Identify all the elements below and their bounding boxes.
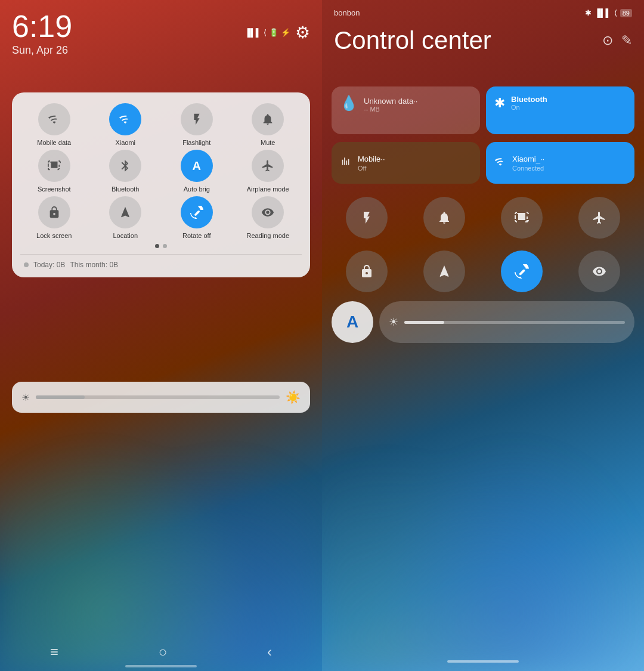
qs-label-wifi: Xiaomi bbox=[115, 139, 135, 146]
home-indicator-left bbox=[125, 665, 197, 667]
brightness-low-icon: ☀ bbox=[21, 392, 30, 403]
cc-lock-button[interactable] bbox=[346, 251, 388, 292]
cc-settings-icon[interactable]: ⊙ bbox=[602, 33, 613, 48]
cc-wifi-sub: Connected bbox=[512, 165, 544, 172]
cc-bottom-row: A ☀ bbox=[332, 301, 634, 343]
bluetooth-tile-icon: ✱ bbox=[494, 95, 505, 111]
qs-label-bluetooth: Bluetooth bbox=[112, 185, 139, 193]
wifi-status-icon: ⟨ bbox=[614, 8, 617, 17]
cc-data-sub: -- MB bbox=[364, 106, 417, 113]
cc-edit-icon[interactable]: ✎ bbox=[621, 33, 632, 48]
brightness-track[interactable] bbox=[36, 395, 280, 399]
qs-icon-screenshot bbox=[38, 150, 70, 182]
cc-network-tiles: Mobile·· Off Xiaomi_·· Connected bbox=[332, 142, 634, 184]
qs-divider bbox=[20, 254, 302, 255]
cc-rotate-button[interactable] bbox=[501, 251, 543, 292]
left-date: Sun, Apr 26 bbox=[12, 44, 72, 57]
qs-label-screenshot: Screenshot bbox=[38, 185, 71, 193]
cc-screenshot-button[interactable] bbox=[501, 197, 543, 239]
qs-icon-location bbox=[109, 196, 141, 228]
cc-top-tiles: 💧 Unknown data·· -- MB ✱ Bluetooth On bbox=[332, 86, 634, 134]
data-drop-icon: 💧 bbox=[340, 95, 358, 112]
left-time: 6:19 bbox=[12, 11, 72, 42]
qs-item-wifi[interactable]: Xiaomi bbox=[92, 103, 160, 146]
left-bg-blur bbox=[0, 373, 322, 671]
qs-item-lock-screen[interactable]: Lock screen bbox=[20, 196, 88, 239]
qs-label-mute: Mute bbox=[261, 139, 275, 146]
cc-icon-grid-row2 bbox=[332, 251, 634, 292]
cc-flashlight-button[interactable] bbox=[346, 197, 388, 239]
qs-dot-2 bbox=[163, 244, 167, 248]
cc-title-action-icons: ⊙ ✎ bbox=[602, 33, 632, 48]
cc-brightness-track bbox=[404, 321, 625, 324]
qs-data-row: Today: 0B This month: 0B bbox=[18, 258, 304, 269]
bluetooth-status-icon: ✱ bbox=[585, 8, 592, 17]
cc-data-label: Unknown data·· bbox=[364, 97, 417, 106]
qs-icon-bluetooth bbox=[109, 150, 141, 182]
mobile-data-icon bbox=[340, 156, 352, 171]
qs-item-mute[interactable]: Mute bbox=[234, 103, 302, 146]
qs-label-lock-screen: Lock screen bbox=[36, 232, 72, 239]
gear-icon[interactable]: ⚙ bbox=[295, 23, 310, 42]
qs-data-dot bbox=[24, 262, 29, 267]
cc-mobile-label: Mobile·· bbox=[358, 154, 385, 163]
battery-icon: 🔋 bbox=[269, 28, 278, 37]
qs-item-flashlight[interactable]: Flashlight bbox=[163, 103, 231, 146]
nav-menu-button[interactable]: ≡ bbox=[50, 644, 58, 660]
cc-bluetooth-label: Bluetooth bbox=[511, 95, 547, 104]
qs-dots bbox=[18, 244, 304, 248]
cc-mobile-sub: Off bbox=[358, 165, 385, 172]
qs-label-airplane: Airplane mode bbox=[247, 185, 289, 193]
wifi-tile-icon bbox=[494, 156, 506, 171]
cc-brightness-icon: ☀ bbox=[389, 316, 398, 329]
cc-mobile-tile[interactable]: Mobile·· Off bbox=[332, 142, 480, 184]
qs-icon-lock-screen bbox=[38, 196, 70, 228]
qs-item-rotate[interactable]: Rotate off bbox=[163, 196, 231, 239]
qs-data-month: This month: 0B bbox=[70, 261, 118, 269]
cc-location-button[interactable] bbox=[423, 251, 465, 292]
cc-reading-button[interactable] bbox=[578, 251, 620, 292]
battery-status: 89 bbox=[620, 9, 632, 17]
qs-item-screenshot[interactable]: Screenshot bbox=[20, 150, 88, 193]
cc-brightness-fill bbox=[404, 321, 444, 324]
cc-bluetooth-sub: On bbox=[511, 104, 547, 111]
qs-item-mobile-data[interactable]: Mobile data bbox=[20, 103, 88, 146]
nav-back-button[interactable]: ‹ bbox=[267, 644, 272, 660]
left-status-icons: ▐▌▌ ⟨ 🔋 ⚡ ⚙ bbox=[244, 11, 310, 42]
quick-settings-card: Mobile data Xiaomi Flashlight Mute bbox=[12, 92, 310, 277]
wifi-icon: ⟨ bbox=[264, 28, 267, 37]
right-status-icons: ✱ ▐▌▌ ⟨ 89 bbox=[585, 8, 632, 17]
qs-data-today: Today: 0B bbox=[33, 261, 65, 269]
nav-home-button[interactable]: ○ bbox=[159, 644, 168, 660]
brightness-card: ☀ ☀️ bbox=[12, 382, 310, 413]
qs-label-mobile-data: Mobile data bbox=[37, 139, 71, 146]
cc-auto-brig-button[interactable]: A bbox=[332, 301, 373, 343]
qs-item-reading[interactable]: Reading mode bbox=[234, 196, 302, 239]
cc-bluetooth-tile[interactable]: ✱ Bluetooth On bbox=[486, 86, 634, 134]
qs-label-reading: Reading mode bbox=[246, 232, 289, 239]
qs-item-airplane[interactable]: Airplane mode bbox=[234, 150, 302, 193]
cc-title: Control center bbox=[334, 26, 491, 55]
cc-bell-button[interactable] bbox=[423, 197, 465, 239]
qs-icon-flashlight bbox=[181, 103, 213, 135]
qs-item-location[interactable]: Location bbox=[92, 196, 160, 239]
cc-airplane-button[interactable] bbox=[578, 197, 620, 239]
qs-item-auto-brig[interactable]: A Auto brig bbox=[163, 150, 231, 193]
cc-wifi-tile[interactable]: Xiaomi_·· Connected bbox=[486, 142, 634, 184]
cc-brightness-bar[interactable]: ☀ bbox=[379, 301, 634, 343]
qs-icon-airplane bbox=[252, 150, 284, 182]
qs-label-location: Location bbox=[113, 232, 138, 239]
left-status-bar: 6:19 Sun, Apr 26 ▐▌▌ ⟨ 🔋 ⚡ ⚙ bbox=[0, 0, 322, 57]
signal-bars-icon: ▐▌▌ bbox=[244, 28, 261, 37]
qs-icon-auto-brig: A bbox=[181, 150, 213, 182]
cc-data-tile[interactable]: 💧 Unknown data·· -- MB bbox=[332, 86, 480, 134]
qs-grid: Mobile data Xiaomi Flashlight Mute bbox=[18, 103, 304, 239]
brightness-high-icon: ☀️ bbox=[286, 390, 301, 404]
brightness-fill bbox=[36, 395, 85, 399]
qs-icon-wifi bbox=[109, 103, 141, 135]
home-indicator-right bbox=[447, 660, 519, 663]
qs-label-rotate: Rotate off bbox=[182, 232, 211, 239]
qs-item-bluetooth[interactable]: Bluetooth bbox=[92, 150, 160, 193]
right-bg-blur bbox=[322, 373, 644, 671]
carrier-label: bonbon bbox=[334, 8, 360, 17]
